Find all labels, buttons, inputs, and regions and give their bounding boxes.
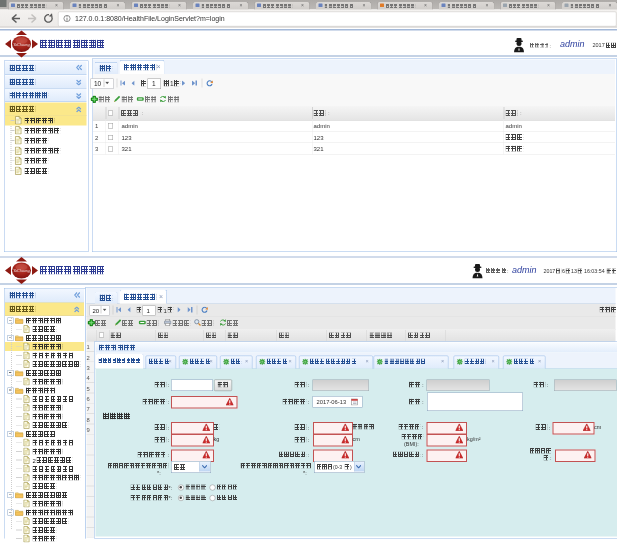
svg-text:YaChuang: YaChuang (13, 42, 30, 47)
svg-text:YaChuang: YaChuang (13, 268, 30, 273)
